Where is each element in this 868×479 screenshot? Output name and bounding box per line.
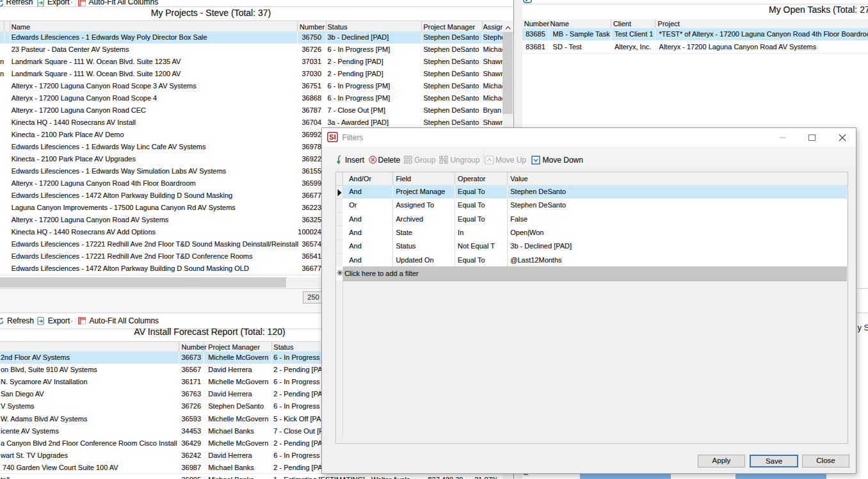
svg-text:SI: SI: [329, 133, 336, 141]
